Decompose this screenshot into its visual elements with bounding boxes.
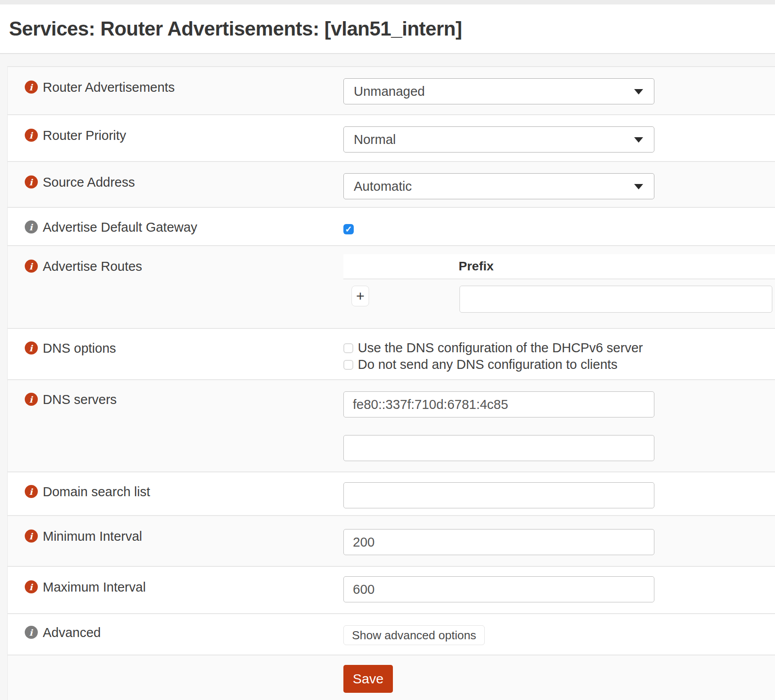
field-label: DNS options [43,341,116,355]
row-dns-servers: i DNS servers [8,380,775,472]
row-domain-search-list: i Domain search list [8,472,775,516]
selected-value: Automatic [354,179,412,194]
router-priority-select[interactable]: Normal [343,126,654,153]
prefix-input[interactable] [460,286,772,313]
add-route-button[interactable]: + [351,286,369,306]
checkbox-label: Do not send any DNS configuration to cli… [358,357,617,372]
row-source-address: i Source Address Automatic [8,162,775,208]
info-icon[interactable]: i [25,580,38,593]
row-maximum-interval: i Maximum Interval [8,567,775,614]
chevron-down-icon [634,137,643,143]
chevron-down-icon [634,184,643,189]
maximum-interval-input[interactable] [343,576,654,602]
dns-server-2-input[interactable] [343,435,654,461]
advertise-default-gateway-checkbox[interactable]: ✓ [343,224,354,234]
row-advertise-default-gateway: i Advertise Default Gateway ✓ [8,208,775,246]
info-icon[interactable]: i [25,220,38,233]
chevron-down-icon [634,89,643,94]
page-header: Services: Router Advertisements: [vlan51… [0,4,775,54]
row-router-priority: i Router Priority Normal [8,115,775,162]
page-title: Services: Router Advertisements: [vlan51… [9,18,462,40]
field-label: Advanced [43,626,101,639]
info-icon[interactable]: i [25,260,38,273]
routes-table-row: + [343,286,775,313]
selected-value: Unmanaged [354,84,425,99]
row-save: Save [8,655,775,700]
use-dhcpv6-dns-checkbox[interactable] [343,343,353,353]
info-icon[interactable]: i [25,129,38,142]
domain-search-list-input[interactable] [343,482,654,508]
field-label: DNS servers [43,393,117,406]
field-label: Advertise Routes [43,260,142,273]
row-router-advertisements: i Router Advertisements Unmanaged [8,67,775,115]
dns-option: Use the DNS configuration of the DHCPv6 … [343,340,775,356]
info-icon[interactable]: i [25,485,38,498]
prefix-column-header: Prefix [459,259,494,274]
field-label: Minimum Interval [43,529,142,543]
field-label: Maximum Interval [43,580,146,594]
field-label: Router Priority [43,129,126,142]
info-icon[interactable]: i [25,81,38,94]
row-advanced: i Advanced Show advanced options [8,614,775,655]
dns-server-1-input[interactable] [343,391,654,417]
router-advertisements-select[interactable]: Unmanaged [343,78,654,104]
dns-option: Do not send any DNS configuration to cli… [343,356,775,373]
info-icon[interactable]: i [25,341,38,354]
source-address-select[interactable]: Automatic [343,173,654,199]
info-icon[interactable]: i [25,529,38,543]
row-dns-options: i DNS options Use the DNS configuration … [8,329,775,380]
field-label: Domain search list [43,485,150,498]
field-label: Source Address [43,175,135,189]
show-advanced-options-button[interactable]: Show advanced options [343,625,485,645]
info-icon[interactable]: i [25,175,38,188]
checkbox-label: Use the DNS configuration of the DHCPv6 … [358,341,643,355]
minimum-interval-input[interactable] [343,529,654,555]
settings-form: i Router Advertisements Unmanaged i Rout… [7,66,775,700]
field-label: Router Advertisements [43,81,175,94]
row-minimum-interval: i Minimum Interval [8,516,775,567]
window-top-strip [0,0,775,4]
save-button[interactable]: Save [343,665,393,693]
selected-value: Normal [354,132,396,147]
no-dns-config-checkbox[interactable] [343,360,353,370]
routes-table-header: Prefix [343,254,775,279]
info-icon[interactable]: i [25,393,38,406]
row-advertise-routes: i Advertise Routes Prefix + [8,246,775,329]
info-icon[interactable]: i [25,626,38,639]
field-label: Advertise Default Gateway [43,220,197,234]
